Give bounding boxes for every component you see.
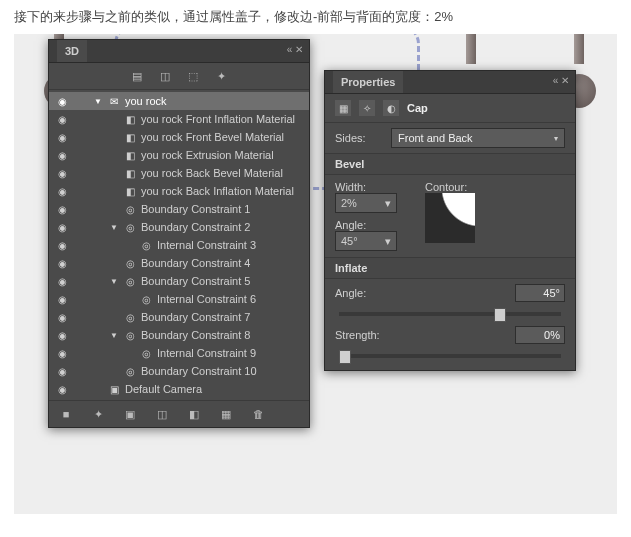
contour-preview[interactable]	[425, 193, 475, 243]
visibility-icon[interactable]: ◉	[55, 150, 69, 161]
tree-row-label: Boundary Constraint 10	[141, 365, 303, 377]
item-type-icon: ◎	[123, 312, 137, 323]
tree-row[interactable]: ◉◎Internal Constraint 3	[49, 236, 309, 254]
filter-material-icon[interactable]: ⬚	[186, 69, 200, 83]
item-type-icon: ◎	[123, 276, 137, 287]
mesh-icon[interactable]: ▦	[335, 100, 351, 116]
twist-icon[interactable]: ▼	[109, 277, 119, 286]
filter-mesh-icon[interactable]: ◫	[158, 69, 172, 83]
visibility-icon[interactable]: ◉	[55, 204, 69, 215]
tree-row[interactable]: ◉◧you rock Front Inflation Material	[49, 110, 309, 128]
panel-3d[interactable]: « ✕ 3D ▤ ◫ ⬚ ✦ ◉▼✉you rock◉◧you rock Fro…	[48, 39, 310, 428]
tree-row-label: you rock Front Inflation Material	[141, 113, 303, 125]
twist-icon[interactable]: ▼	[109, 223, 119, 232]
tree-row[interactable]: ◉◧you rock Back Bevel Material	[49, 164, 309, 182]
tree-row[interactable]: ◉▼◎Boundary Constraint 8	[49, 326, 309, 344]
visibility-icon[interactable]: ◉	[55, 186, 69, 197]
item-type-icon: ◧	[123, 114, 137, 125]
visibility-icon[interactable]: ◉	[55, 312, 69, 323]
chevron-down-icon: ▾	[385, 197, 391, 210]
tree-row[interactable]: ◉◎Boundary Constraint 4	[49, 254, 309, 272]
item-type-icon: ▣	[107, 384, 121, 395]
inflate-angle-label: Angle:	[335, 287, 383, 299]
inflate-angle-slider[interactable]	[339, 312, 561, 316]
item-type-icon: ◎	[123, 330, 137, 341]
filter-light-icon[interactable]: ✦	[214, 69, 228, 83]
tree-row[interactable]: ◉◧you rock Front Bevel Material	[49, 128, 309, 146]
twist-icon[interactable]: ▼	[93, 97, 103, 106]
filter-scene-icon[interactable]: ▤	[130, 69, 144, 83]
item-type-icon: ◧	[123, 150, 137, 161]
visibility-icon[interactable]: ◉	[55, 294, 69, 305]
tree-row[interactable]: ◉◎Internal Constraint 9	[49, 344, 309, 362]
tree-row[interactable]: ◉▼◎Boundary Constraint 5	[49, 272, 309, 290]
item-type-icon: ✉	[107, 96, 121, 107]
visibility-icon[interactable]: ◉	[55, 366, 69, 377]
tree-row[interactable]: ◉◎Boundary Constraint 10	[49, 362, 309, 380]
tree-row-label: you rock Back Inflation Material	[141, 185, 303, 197]
item-type-icon: ◎	[139, 294, 153, 305]
tree-row-label: you rock	[125, 95, 303, 107]
tree-row-label: Boundary Constraint 4	[141, 257, 303, 269]
tree-row[interactable]: ◉▼◎Boundary Constraint 2	[49, 218, 309, 236]
tree-row[interactable]: ◉◎Boundary Constraint 1	[49, 200, 309, 218]
chevron-down-icon: ▾	[554, 134, 558, 143]
visibility-icon[interactable]: ◉	[55, 276, 69, 287]
tree-row[interactable]: ◉▣Default Camera	[49, 380, 309, 398]
item-type-icon: ◧	[123, 168, 137, 179]
tree-row[interactable]: ◉▼✉you rock	[49, 92, 309, 110]
twist-icon[interactable]: ▼	[109, 331, 119, 340]
chevron-down-icon: ▾	[385, 235, 391, 248]
footer-d-icon[interactable]: ▦	[219, 407, 233, 421]
visibility-icon[interactable]: ◉	[55, 96, 69, 107]
visibility-icon[interactable]: ◉	[55, 384, 69, 395]
tree-row-label: Internal Constraint 3	[157, 239, 303, 251]
visibility-icon[interactable]: ◉	[55, 132, 69, 143]
visibility-icon[interactable]: ◉	[55, 222, 69, 233]
tree-row-label: Default Camera	[125, 383, 303, 395]
bevel-angle-input[interactable]: 45°▾	[335, 231, 397, 251]
panel-properties[interactable]: « ✕ Properties ▦ ✧ ◐ Cap Sides: Front an…	[324, 70, 576, 371]
visibility-icon[interactable]: ◉	[55, 114, 69, 125]
footer-light-icon[interactable]: ✦	[91, 407, 105, 421]
tree-row-label: you rock Back Bevel Material	[141, 167, 303, 179]
editor-canvas: « ✕ 3D ▤ ◫ ⬚ ✦ ◉▼✉you rock◉◧you rock Fro…	[14, 34, 617, 514]
inflate-strength-slider[interactable]	[339, 354, 561, 358]
tree-row-label: you rock Extrusion Material	[141, 149, 303, 161]
sides-dropdown[interactable]: Front and Back▾	[391, 128, 565, 148]
caption-text: 接下的来步骤与之前的类似，通过属性盖子，修改边-前部与背面的宽度：2%	[0, 0, 631, 34]
tree-row[interactable]: ◉◧you rock Back Inflation Material	[49, 182, 309, 200]
deform-icon[interactable]: ✧	[359, 100, 375, 116]
visibility-icon[interactable]: ◉	[55, 258, 69, 269]
tree-row-label: Boundary Constraint 7	[141, 311, 303, 323]
tree-row[interactable]: ◉◎Boundary Constraint 7	[49, 308, 309, 326]
panel-menu-icon[interactable]: « ✕	[287, 44, 303, 55]
footer-c-icon[interactable]: ◧	[187, 407, 201, 421]
tree-row[interactable]: ◉◎Internal Constraint 6	[49, 290, 309, 308]
visibility-icon[interactable]: ◉	[55, 240, 69, 251]
footer-trash-icon[interactable]: 🗑	[251, 407, 265, 421]
visibility-icon[interactable]: ◉	[55, 168, 69, 179]
cap-icon[interactable]: ◐	[383, 100, 399, 116]
visibility-icon[interactable]: ◉	[55, 348, 69, 359]
tree-row-label: Boundary Constraint 8	[141, 329, 303, 341]
bevel-width-input[interactable]: 2%▾	[335, 193, 397, 213]
footer-camera-icon[interactable]: ■	[59, 407, 73, 421]
panel-menu-icon[interactable]: « ✕	[553, 75, 569, 86]
panel-3d-tab[interactable]: 3D	[57, 40, 87, 62]
scene-tree[interactable]: ◉▼✉you rock◉◧you rock Front Inflation Ma…	[49, 90, 309, 400]
angle-label: Angle:	[335, 219, 397, 231]
item-type-icon: ◧	[123, 186, 137, 197]
footer-a-icon[interactable]: ▣	[123, 407, 137, 421]
item-type-icon: ◎	[123, 222, 137, 233]
footer-b-icon[interactable]: ◫	[155, 407, 169, 421]
tree-row-label: Boundary Constraint 2	[141, 221, 303, 233]
panel-properties-tab[interactable]: Properties	[333, 71, 403, 93]
inflate-strength-value[interactable]: 0%	[515, 326, 565, 344]
tree-row-label: Internal Constraint 9	[157, 347, 303, 359]
inflate-angle-value[interactable]: 45°	[515, 284, 565, 302]
tree-row-label: Boundary Constraint 5	[141, 275, 303, 287]
tree-row[interactable]: ◉◧you rock Extrusion Material	[49, 146, 309, 164]
tree-row-label: Internal Constraint 6	[157, 293, 303, 305]
visibility-icon[interactable]: ◉	[55, 330, 69, 341]
